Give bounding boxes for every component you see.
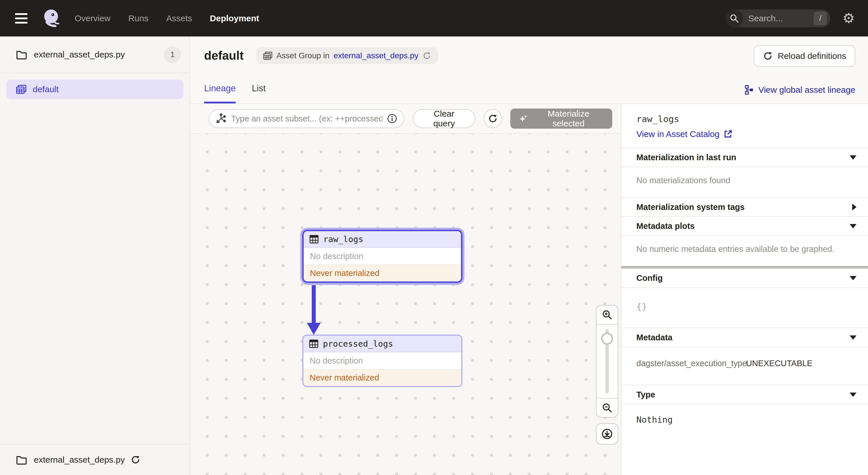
table-icon [309, 235, 319, 243]
info-icon[interactable] [387, 113, 397, 124]
main-header: default Asset Group in external_asset_de… [190, 36, 868, 104]
primary-nav: Overview Runs Assets Deployment [74, 13, 259, 23]
recenter-icon [601, 427, 613, 440]
asset-group-chip: Asset Group in external_asset_deps.py [256, 48, 438, 64]
sidebar-item-default[interactable]: default [6, 80, 183, 99]
reload-repo-icon[interactable] [131, 455, 141, 465]
search-input[interactable]: Search... / [725, 9, 830, 27]
recenter-view-button[interactable] [596, 423, 618, 445]
panel-splitter-handle[interactable] [621, 266, 868, 269]
lineage-edge [190, 134, 621, 475]
section-type[interactable]: Type [621, 385, 868, 404]
materialization-empty-text: No materializations found [621, 167, 868, 197]
view-in-asset-catalog-label: View in Asset Catalog [637, 129, 720, 139]
tab-list[interactable]: List [252, 83, 266, 103]
section-metadata[interactable]: Metadata [621, 328, 868, 347]
search-shortcut-badge: / [814, 11, 827, 25]
lineage-canvas[interactable]: raw_logs No description Never materializ… [190, 134, 621, 475]
sidebar-footer-repo[interactable]: external_asset_deps.py [0, 444, 190, 475]
op-selector-icon [216, 113, 226, 124]
asset-node-description: No description [303, 352, 461, 369]
view-global-asset-lineage-link[interactable]: View global asset lineage [745, 85, 856, 103]
view-in-asset-catalog-link[interactable]: View in Asset Catalog [637, 129, 857, 139]
asset-subset-input[interactable] [231, 114, 382, 123]
zoom-in-icon [601, 309, 613, 320]
sidebar-repo-label: external_asset_deps.py [34, 50, 125, 59]
search-placeholder: Search... [748, 13, 814, 23]
nav-assets[interactable]: Assets [166, 13, 192, 23]
page-title: default [204, 49, 244, 63]
asset-node-header: raw_logs [304, 231, 461, 248]
nav-runs[interactable]: Runs [128, 13, 148, 23]
lineage-graph-icon [745, 85, 754, 95]
search-icon [725, 9, 743, 27]
metadata-content: dagster/asset_execution_type UNEXECUTABL… [621, 347, 868, 385]
dagster-logo[interactable] [42, 9, 61, 28]
chevron-down-icon [849, 393, 857, 397]
sidebar-repo-count-badge: 1 [164, 46, 181, 63]
refresh-icon [763, 51, 773, 61]
tab-lineage[interactable]: Lineage [204, 83, 236, 103]
metadata-key: dagster/asset_execution_type [637, 359, 746, 368]
section-materialization-system-tags[interactable]: Materialization system tags [621, 197, 868, 216]
zoom-out-button[interactable] [596, 398, 618, 417]
app-root: Overview Runs Assets Deployment Search..… [0, 0, 868, 475]
sidebar-repo-header[interactable]: external_asset_deps.py 1 [0, 36, 190, 73]
asset-node-name: processed_logs [323, 339, 393, 349]
nav-deployment[interactable]: Deployment [210, 13, 259, 23]
section-label: Config [637, 273, 663, 283]
metadata-plots-empty-text: No numeric metadata entries available to… [621, 235, 868, 266]
sidebar: external_asset_deps.py 1 default externa… [0, 36, 190, 475]
chevron-down-icon [849, 155, 857, 160]
nav-overview[interactable]: Overview [74, 13, 111, 23]
reload-definitions-label: Reload definitions [778, 51, 846, 61]
materialize-selected-button[interactable]: Materialize selected [510, 109, 612, 129]
section-config[interactable]: Config [621, 269, 868, 288]
refresh-graph-button[interactable] [484, 109, 502, 128]
zoom-slider[interactable] [596, 325, 618, 398]
section-metadata-plots[interactable]: Metadata plots [621, 216, 868, 235]
metadata-value: UNEXECUTABLE [746, 359, 813, 368]
asset-node-raw-logs[interactable]: raw_logs No description Never materializ… [302, 230, 462, 283]
section-materialization-last-run[interactable]: Materialization in last run [621, 148, 868, 167]
clear-query-button[interactable]: Clear query [413, 109, 475, 128]
reload-definitions-button[interactable]: Reload definitions [754, 45, 856, 67]
asset-group-icon [16, 84, 26, 94]
external-link-icon [724, 130, 732, 139]
asset-group-icon [263, 51, 272, 60]
asset-node-status: Never materialized [304, 265, 461, 281]
asset-node-status: Never materialized [303, 369, 461, 386]
chip-repo-link[interactable]: external_asset_deps.py [334, 51, 418, 60]
main-body: Clear query Materialize selected [190, 104, 868, 475]
asset-detail-panel: raw_logs View in Asset Catalog Materiali… [621, 104, 868, 475]
hamburger-menu-button[interactable] [13, 11, 29, 25]
main-column: default Asset Group in external_asset_de… [190, 36, 868, 475]
zoom-slider-thumb[interactable] [601, 332, 613, 345]
table-icon [309, 339, 318, 348]
chip-prefix-text: Asset Group in [276, 51, 330, 60]
chevron-right-icon [852, 204, 857, 210]
asset-node-header: processed_logs [303, 336, 461, 352]
chevron-down-icon [849, 276, 857, 280]
metadata-row: dagster/asset_execution_type UNEXECUTABL… [637, 359, 857, 368]
asset-node-name: raw_logs [323, 234, 363, 244]
section-label: Type [637, 390, 655, 399]
section-label: Metadata [637, 333, 673, 342]
zoom-out-icon [601, 402, 613, 413]
graph-toolbar: Clear query Materialize selected [190, 104, 621, 134]
folder-icon [16, 50, 27, 59]
materialize-selected-label: Materialize selected [533, 109, 604, 128]
panel-asset-title: raw_logs [637, 114, 857, 124]
zoom-controls [596, 305, 618, 418]
zoom-in-button[interactable] [596, 305, 618, 325]
section-label: Metadata plots [637, 221, 694, 231]
asset-node-description: No description [304, 248, 461, 265]
chip-reload-icon[interactable] [423, 51, 431, 60]
sidebar-footer-label: external_asset_deps.py [34, 455, 125, 465]
sidebar-spacer [0, 99, 190, 444]
config-value: {} [621, 288, 868, 328]
gear-icon[interactable]: ⚙ [842, 11, 855, 25]
panel-head: raw_logs View in Asset Catalog [621, 104, 868, 148]
sparkle-icon [518, 113, 528, 124]
asset-node-processed-logs[interactable]: processed_logs No description Never mate… [302, 334, 462, 387]
